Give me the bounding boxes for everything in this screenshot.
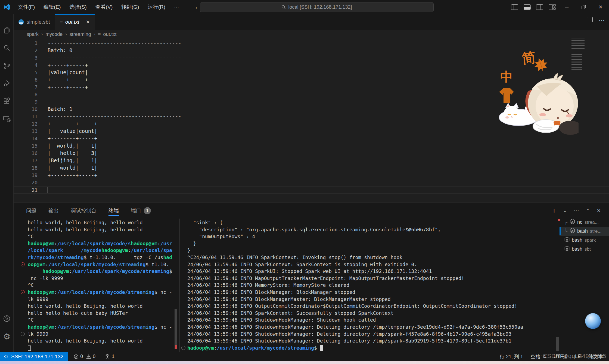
toggle-secondary-sidebar-icon[interactable] — [536, 4, 543, 10]
terminal-list: ┌ncstrea...└bashstre...bashsparkbashsbt — [560, 218, 609, 254]
editor-line[interactable]: 14+--------+-----+ — [14, 135, 609, 142]
editor-line[interactable]: 21 — [14, 186, 609, 194]
editor-line[interactable]: 6+-----+-----+ — [14, 76, 609, 83]
explorer-icon[interactable] — [0, 24, 14, 37]
settings-gear-icon[interactable]: ⚙ — [0, 329, 14, 343]
editor-line[interactable]: 9---------------------------------------… — [14, 98, 609, 105]
terminal-pane-left[interactable]: hello world, hello Beijing, hello worldh… — [14, 219, 179, 351]
remote-indicator[interactable]: SSH: 192.168.171.132 — [0, 352, 68, 361]
editor-line[interactable]: 10Batch: 1 — [14, 105, 609, 113]
ports-badge: 1 — [144, 207, 151, 214]
panel-maximize-icon[interactable]: ⌃ — [586, 208, 590, 213]
customize-layout-icon[interactable] — [549, 4, 556, 10]
panel-close-icon[interactable]: ✕ — [597, 208, 601, 214]
command-decoration-icon[interactable] — [21, 332, 25, 336]
menu-selection[interactable]: 选择(S) — [65, 2, 91, 12]
minimap[interactable] — [571, 39, 585, 71]
tab-out-txt[interactable]: ≡ out.txt ✕ — [55, 14, 95, 30]
tab-simple-sbt[interactable]: simple.sbt — [14, 14, 55, 30]
editor-line[interactable]: 4+-----+-----+ — [14, 61, 609, 69]
editor-line[interactable]: 1---------------------------------------… — [14, 39, 609, 47]
editor-line[interactable]: 16| hello| 3| — [14, 150, 609, 157]
panel-tab-problems[interactable]: 问题 — [26, 203, 36, 219]
menu-goto[interactable]: 转到(G) — [117, 2, 143, 12]
terminal-line: 24/06/04 13:59:46 INFO MapOutputTrackerM… — [181, 275, 560, 282]
remote-explorer-icon[interactable] — [0, 112, 14, 126]
terminal-line: 24/06/04 13:59:46 INFO OutputCommitCoord… — [181, 303, 560, 310]
panel-tab-ports[interactable]: 端口 1 — [131, 203, 151, 219]
terminal-line: ✕hadoop@vm:/usr/local/spark/mycode/strea… — [14, 289, 179, 296]
terminal-description: spark — [585, 238, 596, 243]
terminal-pane-divider[interactable] — [179, 219, 180, 352]
remote-icon — [4, 354, 8, 359]
restore-button[interactable] — [575, 0, 592, 14]
tab-close-icon[interactable]: ✕ — [86, 19, 90, 25]
editor-line[interactable]: 2Batch: 0 — [14, 47, 609, 54]
split-editor-icon[interactable] — [587, 17, 593, 22]
terminal-line: hello world, hello Beijing, hello world — [14, 219, 179, 226]
search-sidebar-icon[interactable] — [0, 41, 14, 55]
editor-line[interactable]: 5|value|count| — [14, 69, 609, 76]
terminal-profile-dropdown-icon[interactable]: ⌄ — [563, 208, 567, 213]
radio-tower-icon — [105, 354, 110, 359]
terminal-list-item-nc-strea[interactable]: ┌ncstrea... — [560, 218, 609, 227]
terminal-right-scrollbar[interactable] — [556, 337, 559, 351]
ports-status[interactable]: 1 — [101, 354, 118, 359]
source-control-icon[interactable] — [0, 59, 14, 73]
breadcrumb-spark[interactable]: spark — [27, 32, 39, 37]
toggle-panel-icon[interactable] — [524, 4, 531, 10]
breadcrumb-out-txt[interactable]: out.txt — [103, 32, 117, 37]
breadcrumb-mycode[interactable]: mycode — [45, 32, 63, 37]
editor-cursor — [48, 187, 48, 193]
terminal-pane-right[interactable]: "sink" : { "description" : "org.apache.s… — [181, 219, 560, 351]
editor[interactable]: 1---------------------------------------… — [14, 39, 609, 203]
editor-more-actions-icon[interactable]: ⋯ — [599, 17, 605, 24]
editor-line[interactable]: 3---------------------------------------… — [14, 54, 609, 61]
problems-status[interactable]: 0 0 — [70, 354, 99, 359]
editor-line[interactable]: 20 — [14, 179, 609, 186]
editor-line[interactable]: 19+--------+-----+ — [14, 172, 609, 179]
csdn-watermark: CSDN @qq_34933795 — [543, 353, 606, 360]
terminal-line: 24/06/04 13:59:46 INFO BlockManagerMaste… — [181, 296, 560, 303]
accounts-icon[interactable] — [0, 312, 14, 325]
editor-line[interactable]: 12+--------+-----+ — [14, 120, 609, 127]
terminal-list-item-bash-sbt[interactable]: bashsbt — [560, 245, 609, 254]
command-failed-icon[interactable]: ✕ — [21, 262, 25, 266]
breadcrumb-streaming[interactable]: streaming — [70, 32, 91, 37]
floating-assistant-button[interactable] — [585, 313, 601, 329]
terminal-list-item-bash-stre[interactable]: └bashstre... — [560, 227, 609, 236]
editor-line[interactable]: 7+-----+-----+ — [14, 83, 609, 91]
close-window-button[interactable]: ✕ — [592, 0, 609, 14]
terminal-profile-icon — [570, 219, 575, 226]
menu-more[interactable]: ⋯ — [170, 2, 184, 12]
editor-line[interactable]: 13| value|count| — [14, 127, 609, 135]
extensions-icon[interactable] — [0, 94, 14, 108]
terminal-description: strea... — [585, 220, 599, 225]
panel-tab-debug-console[interactable]: 调试控制台 — [71, 203, 97, 219]
menu-view[interactable]: 查看(V) — [91, 2, 117, 12]
command-failed-icon[interactable]: ✕ — [21, 290, 25, 294]
cursor-position[interactable]: 行 21, 列 1 — [496, 353, 527, 360]
editor-line[interactable]: 17|Beijing,| 1| — [14, 157, 609, 164]
minimize-button[interactable]: ─ — [558, 0, 575, 14]
bottom-panel: 问题 输出 调试控制台 终端 端口 1 + ⌄ ⋯ ⌃ ✕ hello worl… — [14, 203, 609, 352]
panel-tab-terminal[interactable]: 终端 — [108, 203, 119, 219]
nav-back-icon[interactable]: ← — [194, 4, 200, 11]
toggle-sidebar-icon[interactable] — [511, 4, 518, 10]
terminal-list-item-bash-spark[interactable]: bashspark — [560, 236, 609, 245]
command-decoration-icon[interactable] — [181, 346, 185, 350]
panel-tab-output[interactable]: 输出 — [48, 203, 59, 219]
command-center-search[interactable]: local [SSH: 192.168.171.132] — [200, 2, 434, 12]
editor-line[interactable]: 8 — [14, 91, 609, 98]
menu-run[interactable]: 运行(R) — [144, 2, 170, 12]
editor-line[interactable]: 11--------------------------------------… — [14, 113, 609, 120]
terminal-left-scrollbar[interactable] — [175, 309, 177, 349]
menu-edit[interactable]: 编辑(E) — [39, 2, 65, 12]
editor-line[interactable]: 18| world| 1| — [14, 164, 609, 172]
menu-file[interactable]: 文件(F) — [14, 2, 39, 12]
panel-more-actions-icon[interactable]: ⋯ — [574, 207, 579, 214]
editor-line[interactable]: 15| world,| 1| — [14, 142, 609, 150]
text-file-icon: ≡ — [98, 32, 101, 37]
run-debug-icon[interactable] — [0, 76, 14, 90]
new-terminal-icon[interactable]: + — [552, 207, 556, 215]
